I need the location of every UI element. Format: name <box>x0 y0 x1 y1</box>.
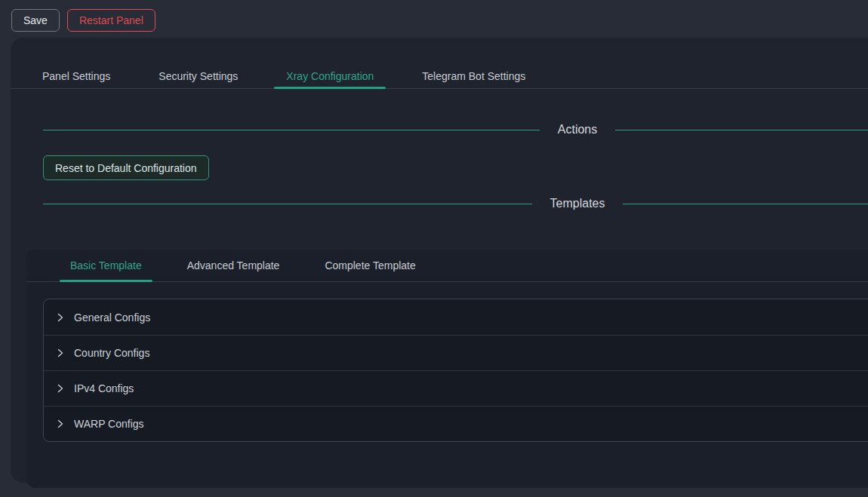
collapse-item-warp-configs[interactable]: WARP Configs <box>44 406 868 441</box>
chevron-right-icon <box>56 348 65 357</box>
actions-divider: Actions <box>11 118 868 142</box>
toolbar: Save Restart Panel <box>11 9 155 32</box>
templates-divider: Templates <box>11 192 868 216</box>
template-configs-collapse: General Configs Country Configs IPv4 Con… <box>43 299 868 442</box>
tab-panel-settings[interactable]: Panel Settings <box>30 63 122 88</box>
collapse-item-label: IPv4 Configs <box>74 382 134 394</box>
tab-xray-configuration[interactable]: Xray Configuration <box>274 63 386 88</box>
templates-tabbar: Basic Template Advanced Template Complet… <box>26 250 868 282</box>
collapse-item-country-configs[interactable]: Country Configs <box>44 335 868 370</box>
settings-tabbar: Panel Settings Security Settings Xray Co… <box>11 63 868 89</box>
collapse-item-label: Country Configs <box>74 347 149 359</box>
save-button[interactable]: Save <box>11 9 60 32</box>
templates-card: Basic Template Advanced Template Complet… <box>26 250 868 488</box>
settings-card: Panel Settings Security Settings Xray Co… <box>11 38 868 483</box>
collapse-item-label: WARP Configs <box>74 418 144 430</box>
tab-complete-template[interactable]: Complete Template <box>314 250 426 281</box>
divider-line <box>615 130 868 130</box>
divider-line <box>43 204 532 204</box>
chevron-right-icon <box>56 419 65 428</box>
templates-divider-title: Templates <box>550 197 605 210</box>
tab-telegram-bot-settings[interactable]: Telegram Bot Settings <box>410 63 537 88</box>
chevron-right-icon <box>56 313 65 322</box>
reset-to-default-configuration-button[interactable]: Reset to Default Configuration <box>43 155 209 180</box>
collapse-item-label: General Configs <box>74 311 150 324</box>
tab-basic-template[interactable]: Basic Template <box>60 250 152 281</box>
collapse-item-ipv4-configs[interactable]: IPv4 Configs <box>44 370 868 406</box>
tab-security-settings[interactable]: Security Settings <box>146 63 250 88</box>
divider-line <box>43 130 540 130</box>
divider-line <box>623 204 868 204</box>
actions-divider-title: Actions <box>558 123 597 137</box>
chevron-right-icon <box>56 384 65 393</box>
collapse-item-general-configs[interactable]: General Configs <box>44 299 868 335</box>
restart-panel-button[interactable]: Restart Panel <box>67 9 155 32</box>
tab-advanced-template[interactable]: Advanced Template <box>177 250 291 281</box>
